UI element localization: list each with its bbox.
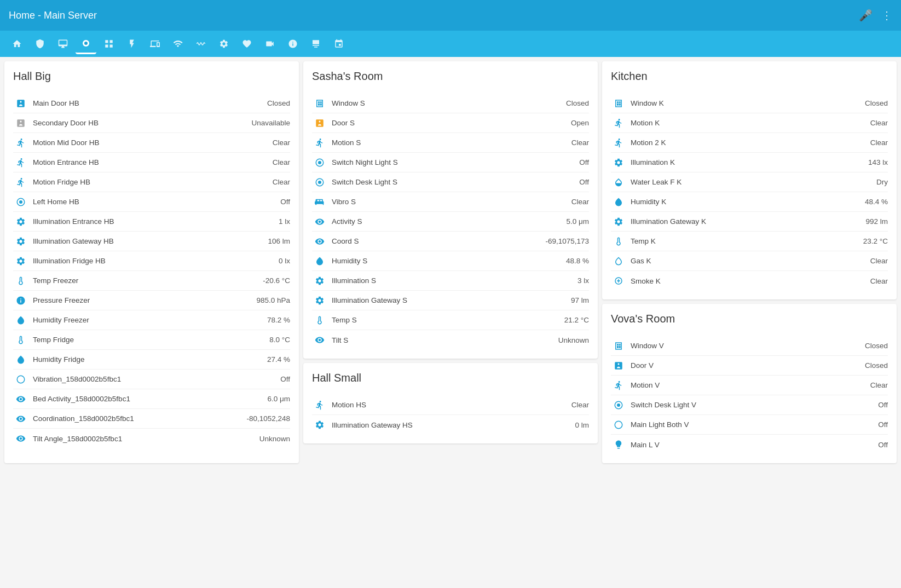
sensor-row[interactable]: Gas K Clear — [611, 251, 888, 271]
nav-shield[interactable] — [30, 34, 50, 53]
nav-bolt[interactable] — [122, 34, 142, 53]
sensor-row[interactable]: Switch Desk Light S Off — [312, 172, 589, 192]
nav-wave[interactable] — [190, 34, 211, 53]
sensor-value: 23.2 °C — [844, 237, 888, 245]
sensor-row[interactable]: Water Leak F K Dry — [611, 172, 888, 192]
sensor-icon — [312, 118, 327, 128]
sensor-row[interactable]: Motion V Clear — [611, 376, 888, 395]
sensor-icon — [312, 296, 327, 305]
nav-device[interactable] — [145, 34, 165, 53]
sensor-row[interactable]: Door S Open — [312, 113, 589, 133]
sensor-row[interactable]: Window V Closed — [611, 336, 888, 356]
sensor-row[interactable]: Illumination Gateway S 97 lm — [312, 291, 589, 310]
sensor-row[interactable]: Main Light Both V Off — [611, 415, 888, 435]
vovas-room-sensors: Window V Closed Door V Closed Motion V C… — [611, 336, 888, 454]
nav-home[interactable] — [7, 34, 27, 53]
sensor-name: Secondary Door HB — [28, 119, 246, 127]
sensor-row[interactable]: Window K Closed — [611, 94, 888, 113]
sensor-row[interactable]: Illumination Gateway HB 106 lm — [13, 232, 290, 251]
sensor-row[interactable]: Main Door HB Closed — [13, 94, 290, 113]
sensor-icon — [13, 118, 28, 128]
sensor-value: 3 lx — [545, 276, 589, 285]
sensor-name: Switch Desk Light S — [327, 178, 545, 186]
sensor-row[interactable]: Humidity Freezer 78.2 % — [13, 310, 290, 330]
sensor-row[interactable]: Secondary Door HB Unavailable — [13, 113, 290, 133]
sensor-row[interactable]: Temp Fridge 8.0 °C — [13, 330, 290, 350]
sensor-row[interactable]: Left Home HB Off — [13, 192, 290, 212]
sensor-row[interactable]: Motion HS Clear — [312, 395, 589, 415]
nav-heart[interactable] — [236, 34, 257, 53]
sensor-name: Vibration_158d0002b5fbc1 — [28, 375, 246, 383]
sensor-row[interactable]: Motion K Clear — [611, 113, 888, 133]
nav-camera[interactable] — [259, 34, 280, 53]
sensor-value: Closed — [246, 99, 290, 107]
nav-gear[interactable] — [213, 34, 234, 53]
mic-icon[interactable]: 🎤 — [859, 9, 873, 22]
sensor-row[interactable]: Door V Closed — [611, 356, 888, 376]
sensor-value: Off — [844, 401, 888, 409]
sensor-row[interactable]: Humidity Fridge 27.4 % — [13, 350, 290, 370]
svg-point-3 — [19, 200, 22, 204]
sensor-row[interactable]: Temp S 21.2 °C — [312, 310, 589, 330]
menu-icon[interactable]: ⋮ — [881, 9, 892, 22]
sensor-row[interactable]: Switch Night Light S Off — [312, 153, 589, 172]
sensor-row[interactable]: Motion 2 K Clear — [611, 133, 888, 153]
sensor-icon — [13, 158, 28, 168]
sensor-value: Clear — [246, 178, 290, 186]
sensor-row[interactable]: Illumination Fridge HB 0 lx — [13, 251, 290, 271]
sensor-icon — [312, 400, 327, 410]
sensor-row[interactable]: Vibro S Clear — [312, 192, 589, 212]
sensor-value: Open — [545, 119, 589, 127]
sensor-row[interactable]: Main L V Off — [611, 435, 888, 454]
sensor-row[interactable]: Temp K 23.2 °C — [611, 232, 888, 251]
sensor-row[interactable]: Tilt Angle_158d0002b5fbc1 Unknown — [13, 429, 290, 448]
sensor-row[interactable]: Vibration_158d0002b5fbc1 Off — [13, 370, 290, 389]
sensor-row[interactable]: Humidity K 48.4 % — [611, 192, 888, 212]
sensor-value: Clear — [844, 381, 888, 389]
sensor-value: 0 lx — [246, 257, 290, 265]
sensor-value: Clear — [246, 139, 290, 147]
sensor-icon — [611, 158, 626, 168]
sensor-row[interactable]: Temp Freezer -20.6 °C — [13, 271, 290, 291]
sensor-name: Illumination Entrance HB — [28, 217, 246, 226]
sensor-name: Illumination S — [327, 276, 545, 285]
sensor-row[interactable]: Motion Entrance HB Clear — [13, 153, 290, 172]
nav-wifi[interactable] — [168, 34, 188, 53]
sensor-row[interactable]: Smoke K Clear — [611, 271, 888, 291]
nav-grid[interactable] — [99, 34, 119, 53]
sensor-row[interactable]: Bed Activity_158d0002b5fbc1 6.0 μm — [13, 389, 290, 409]
sensor-value: Unknown — [545, 336, 589, 344]
sensor-row[interactable]: Coordination_158d0002b5fbc1 -80,1052,248 — [13, 409, 290, 429]
sensor-row[interactable]: Humidity S 48.8 % — [312, 251, 589, 271]
sensor-row[interactable]: Illumination Gateway HS 0 lm — [312, 415, 589, 435]
nav-tree[interactable] — [328, 34, 349, 53]
nav-info[interactable] — [282, 34, 303, 53]
sensor-value: Unknown — [246, 435, 290, 443]
sensor-row[interactable]: Illumination Entrance HB 1 lx — [13, 212, 290, 232]
sensor-row[interactable]: Coord S -69,1075,173 — [312, 232, 589, 251]
nav-screen[interactable] — [53, 34, 73, 53]
sashas-room-title: Sasha's Room — [312, 70, 589, 87]
sensor-icon — [611, 361, 626, 371]
sensor-row[interactable]: Motion S Clear — [312, 133, 589, 153]
sensor-icon — [312, 217, 327, 227]
sensor-row[interactable]: Switch Desk Light V Off — [611, 395, 888, 415]
nav-circle[interactable] — [76, 34, 96, 54]
sensor-row[interactable]: Illumination K 143 lx — [611, 153, 888, 172]
sensor-row[interactable]: Window S Closed — [312, 94, 589, 113]
sensor-icon — [13, 99, 28, 108]
sensor-name: Tilt Angle_158d0002b5fbc1 — [28, 435, 246, 443]
sensor-value: Clear — [545, 139, 589, 147]
sensor-row[interactable]: Illumination S 3 lx — [312, 271, 589, 291]
sensor-row[interactable]: Motion Fridge HB Clear — [13, 172, 290, 192]
sensor-value: Unavailable — [246, 119, 290, 127]
sensor-icon — [13, 177, 28, 187]
sensor-row[interactable]: Activity S 5.0 μm — [312, 212, 589, 232]
sensor-row[interactable]: Illumination Gateway K 992 lm — [611, 212, 888, 232]
sensor-row[interactable]: Motion Mid Door HB Clear — [13, 133, 290, 153]
sensor-row[interactable]: Tilt S Unknown — [312, 330, 589, 350]
sensor-value: Clear — [545, 198, 589, 206]
sensor-name: Window V — [626, 342, 844, 350]
nav-monitor[interactable] — [305, 34, 326, 53]
sensor-row[interactable]: Pressure Freezer 985.0 hPa — [13, 291, 290, 310]
